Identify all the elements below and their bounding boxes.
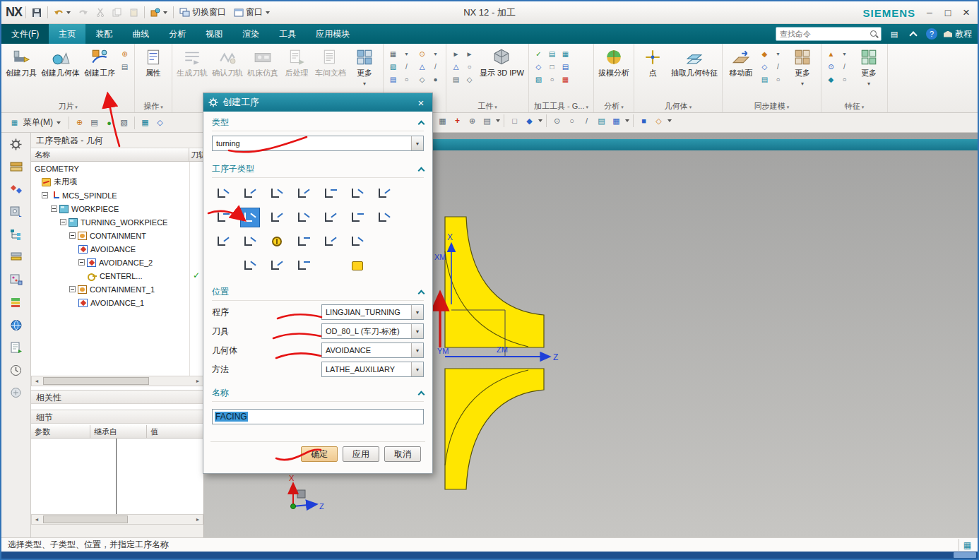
- mini-icon[interactable]: [533, 73, 545, 85]
- solid-view-icon[interactable]: [523, 114, 536, 127]
- subtype-icon-centerline-breakchip[interactable]: [294, 184, 314, 203]
- mini-icon[interactable]: [400, 48, 413, 59]
- dropdown-arrow-icon[interactable]: [411, 136, 423, 150]
- properties-button[interactable]: 属性: [137, 45, 170, 79]
- tutorial-button[interactable]: 教程: [944, 28, 972, 40]
- tab-view[interactable]: 视图: [196, 24, 232, 44]
- show-hide-icon[interactable]: [508, 114, 521, 127]
- scrollbar-thumb[interactable]: [43, 377, 149, 385]
- create-tool-button[interactable]: 创建刀具: [4, 45, 39, 79]
- extract-geometry-feature-button[interactable]: 抽取几何特征: [669, 45, 720, 79]
- apply-button[interactable]: 应用: [343, 446, 379, 462]
- mini-icon[interactable]: [559, 61, 571, 72]
- perspective-icon[interactable]: [610, 114, 623, 127]
- undo-button[interactable]: [52, 7, 73, 18]
- mini-icon[interactable]: [772, 48, 784, 59]
- scroll-right-icon[interactable]: [193, 515, 203, 524]
- cancel-button[interactable]: 取消: [384, 446, 421, 462]
- part-navigator-icon[interactable]: [8, 204, 25, 220]
- mini-icon[interactable]: [825, 61, 837, 72]
- create-geometry-button[interactable]: 创建几何体: [39, 45, 82, 79]
- fit-view-icon[interactable]: [550, 114, 564, 127]
- snap-point-icon[interactable]: [102, 117, 116, 129]
- tree-row-geometry[interactable]: GEOMETRY: [31, 162, 203, 175]
- selection-options-icon[interactable]: [117, 117, 131, 129]
- feature-more-button[interactable]: 更多: [853, 45, 885, 89]
- subtype-icon-rough-bore-id[interactable]: [321, 208, 340, 227]
- mini-icon[interactable]: [400, 61, 413, 72]
- minimize-ribbon-button[interactable]: [907, 28, 920, 40]
- mini-icon[interactable]: [838, 48, 850, 59]
- tree-expander-icon[interactable]: [60, 219, 66, 225]
- ribbon-group-label-machining-tool[interactable]: 加工工具 - G...: [529, 101, 593, 112]
- tree-row-unused[interactable]: 未用项: [31, 175, 203, 189]
- mini-icon[interactable]: [825, 48, 837, 59]
- collapse-section-icon[interactable]: [418, 290, 425, 297]
- subtype-icon-centerline-spotdrill[interactable]: [213, 184, 233, 203]
- details-section-header[interactable]: 细节: [31, 410, 203, 424]
- mini-icon[interactable]: [387, 73, 399, 85]
- tree-row-avoidance-1[interactable]: AVOIDANCE_1: [31, 296, 203, 309]
- mini-icon[interactable]: [463, 73, 475, 85]
- subtype-icon-groove-face[interactable]: [321, 232, 340, 251]
- dropdown-arrow-icon[interactable]: [411, 362, 423, 376]
- mini-icon[interactable]: [416, 61, 428, 72]
- titlebar[interactable]: NX 切换窗口: [1, 1, 978, 24]
- tree-expander-icon[interactable]: [69, 286, 76, 292]
- mini-icon[interactable]: [546, 73, 558, 85]
- tab-tools[interactable]: 工具: [269, 24, 306, 44]
- mini-icon[interactable]: [387, 48, 399, 59]
- dropdown-arrow-icon[interactable]: [411, 305, 423, 319]
- web-browser-icon[interactable]: [8, 317, 25, 333]
- ribbon-group-label-sync[interactable]: 同步建模: [723, 101, 821, 112]
- mini-icon[interactable]: [429, 73, 441, 85]
- tree-row-containment[interactable]: CONTAINMENT: [31, 229, 203, 242]
- window-grid-icon[interactable]: [436, 114, 449, 127]
- tree-horizontal-scrollbar[interactable]: [31, 376, 203, 386]
- window-resize-grip[interactable]: [954, 552, 976, 558]
- history-palette-icon[interactable]: [8, 340, 25, 355]
- mini-icon[interactable]: [838, 73, 850, 85]
- mini-icon[interactable]: [400, 73, 413, 85]
- tree-expander-icon[interactable]: [69, 232, 76, 239]
- tab-assembly[interactable]: 装配: [85, 24, 122, 44]
- command-search[interactable]: [776, 27, 882, 41]
- maximize-button[interactable]: [939, 5, 957, 20]
- type-dropdown[interactable]: turning: [212, 136, 424, 151]
- mini-icon[interactable]: [119, 61, 131, 72]
- ribbon-group-label-analysis[interactable]: 分析: [594, 101, 634, 112]
- part-tools-button[interactable]: [148, 6, 170, 19]
- scroll-right-icon[interactable]: [193, 376, 203, 386]
- ribbon-group-label-insert[interactable]: 刀片: [1, 101, 134, 112]
- subtype-icon-groove-od[interactable]: [240, 232, 260, 251]
- subtype-icon-part-off[interactable]: [348, 232, 367, 251]
- status-grid-icon[interactable]: [963, 540, 971, 550]
- mini-icon[interactable]: [559, 73, 571, 85]
- sync-more-button[interactable]: 更多: [786, 45, 819, 89]
- scroll-left-icon[interactable]: [32, 376, 42, 386]
- name-section-header[interactable]: 名称: [212, 387, 424, 402]
- column-header-value[interactable]: 值: [147, 425, 203, 438]
- type-section-header[interactable]: 类型: [212, 117, 424, 131]
- subtype-icon-probing[interactable]: [294, 256, 314, 275]
- dropdown-arrow-icon[interactable]: [411, 343, 423, 357]
- collapse-section-icon[interactable]: [418, 391, 425, 398]
- draft-analysis-button[interactable]: 拔模分析: [596, 45, 631, 79]
- mini-icon[interactable]: [533, 61, 545, 72]
- machine-tool-navigator-icon[interactable]: [8, 249, 25, 265]
- mini-icon[interactable]: [838, 61, 850, 72]
- show-3d-ipw-button[interactable]: 显示 3D IPW: [477, 45, 526, 79]
- details-horizontal-scrollbar[interactable]: [31, 514, 203, 525]
- subtype-icon-finish-bore-id[interactable]: [374, 208, 394, 227]
- pan-icon[interactable]: [580, 114, 593, 127]
- ribbon-group-label-feature[interactable]: 特征: [821, 101, 887, 112]
- mini-icon[interactable]: [759, 61, 771, 72]
- subtype-icon-centerline-drill[interactable]: [267, 232, 287, 251]
- mini-icon[interactable]: [533, 48, 545, 59]
- mini-icon[interactable]: [772, 61, 784, 72]
- scroll-left-icon[interactable]: [32, 515, 42, 524]
- mini-icon[interactable]: [429, 61, 441, 72]
- subtype-icon-centerline-reaming[interactable]: [321, 184, 340, 203]
- tab-curve[interactable]: 曲线: [122, 24, 159, 44]
- subtype-icon-facing[interactable]: [374, 184, 394, 203]
